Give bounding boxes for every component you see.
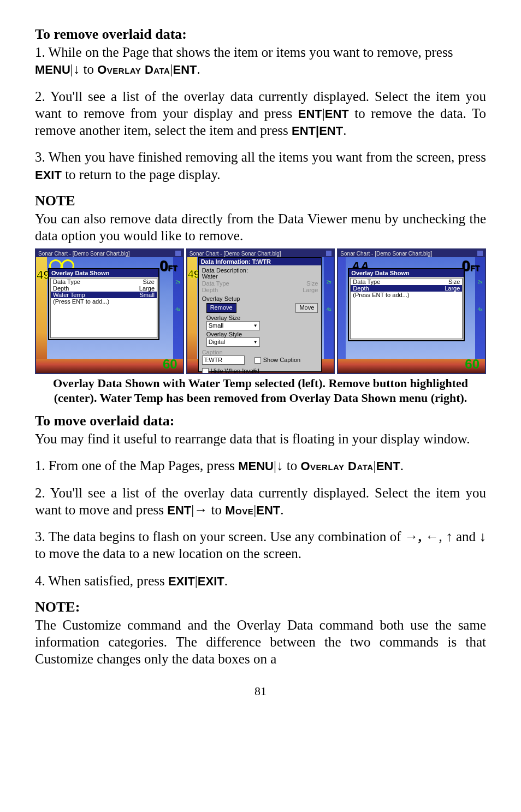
sonar-bottom [36,359,183,373]
list-item[interactable]: Depth Large [51,285,157,292]
move-label: Move [225,503,253,517]
overlay-data-label: Overlay Data [97,63,170,76]
list-item-selected[interactable]: Depth Large [351,285,462,292]
note2-body: The Customize command and the Overlay Da… [35,617,486,668]
text: 3. When you have finished removing all t… [35,150,486,164]
remove-step-2: 2. You'll see a list of the overlay data… [35,88,486,139]
move-intro: You may find it useful to rearrange data… [35,430,486,447]
list-item-selected[interactable]: Water Temp Small [51,292,157,298]
caption-input[interactable]: T:WTR [202,355,245,365]
window-title: Sonar Chart - [Demo Sonar Chart.blg] [38,251,130,257]
note-title: NOTE [35,193,486,209]
hide-invalid-checkbox[interactable]: Hide When Invalid [202,368,264,374]
key-ent: ENT [167,503,191,517]
overlay-style-select[interactable]: Digital▼ [206,337,260,347]
col-size: Size [143,278,155,285]
list-item-add[interactable]: (Press ENT to add...) [51,298,157,305]
key-ent: ENT [256,503,280,517]
text: 4. When satisfied, press [35,573,168,588]
overlay-data-shown-window[interactable]: Overlay Data Shown Data Type Size Depth … [348,268,465,341]
up-arrow-icon: ↑ [446,529,453,544]
move-step-3: 3. The data begins to flash on your scre… [35,528,486,562]
chevron-down-icon: ▼ [253,322,258,330]
depth-strip [338,257,346,373]
item-size: Large [139,285,155,292]
text: 1. While on the Page that shows the item… [35,45,453,60]
zoom-2x: 2x [173,279,183,285]
text: ENT [298,107,322,121]
text: . [224,573,228,588]
zoom-strip: 2x 4x [324,257,334,373]
col-label: Data Type [53,278,80,285]
text: to move the data to a new location on th… [35,546,301,561]
dim-type: Data Type [202,280,301,287]
down-arrow-icon: ↓ [479,529,487,544]
sonar-depth-strip: 49 [36,257,47,373]
text: . [280,502,283,517]
item-size: Small [139,292,155,298]
window-title: Sonar Chart - [Demo Sonar Chart.blg] [190,251,281,257]
zoom-4x: 4x [173,306,183,312]
screenshot-left: Sonar Chart - [Demo Sonar Chart.blg] 49 … [35,248,184,374]
overlay-size-label: Overlay Size [206,315,318,321]
right-arrow-icon: → [405,529,418,544]
desc-label: Data Description: [202,267,318,274]
dim-type-size: Size [306,280,318,287]
remove-step-3: 3. When you have finished removing all t… [35,149,486,183]
dim-depth: Depth [202,287,298,293]
overlay-list[interactable]: Data Type Size Depth Large (Press ENT to… [350,278,463,339]
window-header: Overlay Data Shown [349,269,464,277]
item-label: Water Temp [53,292,85,298]
window-title: Sonar Chart - [Demo Sonar Chart.blg] [340,251,432,257]
show-caption-checkbox[interactable]: Show Caption [254,357,301,364]
zoom-4x: 4x [324,306,334,312]
text: . [400,458,404,473]
list-header-row: Data Type Size [351,278,462,285]
data-information-dialog[interactable]: Data Information: T:WTR Data Description… [198,257,322,372]
text: to return to the page display. [62,167,221,182]
zoom-4x: 4x [475,306,485,312]
screenshot-center: Sonar Chart - [Demo Sonar Chart.blg] 49 … [186,248,335,374]
item-label: Depth [353,285,369,292]
select-value: Digital [209,338,226,346]
note-body: You can also remove data directly from t… [35,210,486,245]
sonar-bottom [338,359,485,373]
figure-caption: Overlay Data Shown with Water Temp selec… [46,376,475,405]
text: , [418,529,422,544]
remove-button[interactable]: Remove [206,303,236,313]
overlay-style-label: Overlay Style [206,331,318,337]
text: 3. The data begins to flash on your scre… [35,529,405,544]
caption-label: Caption [202,349,318,355]
text: to [283,458,300,473]
text: and [453,529,479,544]
remove-step-1: 1. While on the Page that shows the item… [35,44,486,78]
screenshot-right: Sonar Chart - [Demo Sonar Chart.blg] 2x … [337,248,486,374]
chevron-down-icon: ▼ [253,338,258,346]
move-step-1: 1. From one of the Map Pages, press MENU… [35,457,486,474]
overlay-data-shown-window[interactable]: Overlay Data Shown Data Type Size Depth … [48,268,159,340]
figure-row: Sonar Chart - [Demo Sonar Chart.blg] 49 … [35,248,486,374]
window-titlebar: Sonar Chart - [Demo Sonar Chart.blg] [338,250,485,258]
depth-number: 49 [37,268,47,282]
key-ent-ent-2: ENT|ENT [292,124,343,138]
window-control-icon [175,251,181,256]
col-label: Data Type [353,278,380,285]
window-control-icon [326,251,331,256]
dialog-header: Data Information: T:WTR [199,258,322,265]
text: . [197,62,200,76]
key-menu: MENU [35,63,70,76]
window-titlebar: Sonar Chart - [Demo Sonar Chart.blg] [187,250,334,258]
page-number: 81 [35,684,486,698]
depth-number: 49 [188,268,197,281]
move-button[interactable]: Move [295,303,318,313]
item-label: (Press ENT to add...) [53,298,109,305]
list-item-add[interactable]: (Press ENT to add...) [351,292,462,298]
remove-title: To remove overlaid data: [35,26,486,43]
key-ent: ENT [376,459,400,473]
overlay-list[interactable]: Data Type Size Depth Large Water Temp Sm… [50,278,157,338]
text: . [343,123,346,138]
window-header: Overlay Data Shown [49,269,158,277]
scale-bottom: 60 [465,357,479,372]
overlay-size-select[interactable]: Small▼ [206,321,260,330]
item-label: (Press ENT to add...) [353,292,409,298]
